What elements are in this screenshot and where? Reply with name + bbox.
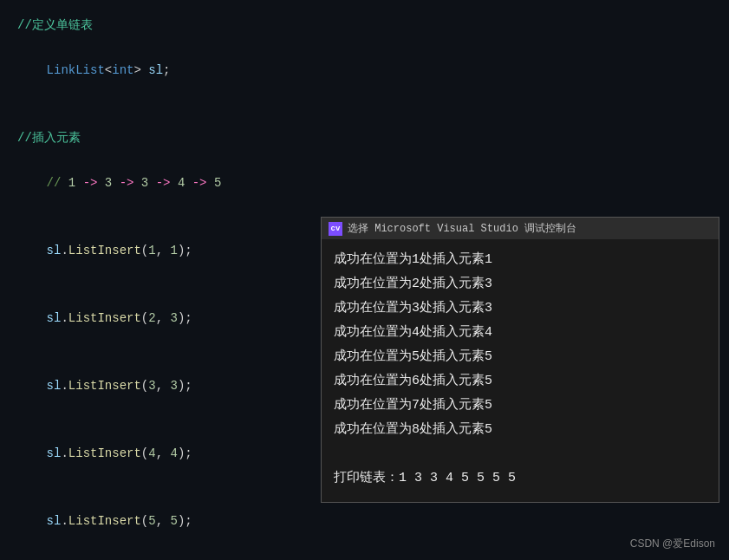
watermark: CSDN @爱Edison [630, 537, 715, 551]
code-line-1: //定义单链表 [17, 14, 712, 36]
console-line-5: 成功在位置为5处插入元素5 [334, 345, 706, 369]
code-line-2: LinkList<int> sl; [17, 36, 712, 104]
console-icon: cv [329, 222, 342, 236]
console-line-print: 打印链表：1 3 3 4 5 5 5 5 [334, 466, 706, 491]
console-line-3: 成功在位置为3处插入元素3 [334, 296, 706, 321]
code-line-11: sl.ListInsert(6, 5); [17, 555, 712, 560]
code-line-5: // 1 -> 3 -> 3 -> 4 -> 5 [17, 149, 712, 217]
code-line-3 [17, 104, 712, 127]
console-title: 选择 Microsoft Visual Studio 调试控制台 [348, 221, 576, 236]
console-body: 成功在位置为1处插入元素1 成功在位置为2处插入元素3 成功在位置为3处插入元素… [322, 239, 719, 499]
console-line-6: 成功在位置为6处插入元素5 [334, 369, 706, 394]
watermark-text: CSDN @爱Edison [630, 537, 715, 550]
console-line-1: 成功在位置为1处插入元素1 [334, 248, 706, 272]
code-line-4: //插入元素 [17, 127, 712, 149]
console-line-8: 成功在位置为8处插入元素5 [334, 418, 706, 442]
console-line-7: 成功在位置为7处插入元素5 [334, 394, 706, 418]
console-line-empty [334, 442, 706, 466]
console-line-4: 成功在位置为4处插入元素4 [334, 321, 706, 345]
console-line-2: 成功在位置为2处插入元素3 [334, 272, 706, 296]
console-window: cv 选择 Microsoft Visual Studio 调试控制台 成功在位… [321, 217, 719, 503]
console-titlebar: cv 选择 Microsoft Visual Studio 调试控制台 [322, 218, 719, 239]
